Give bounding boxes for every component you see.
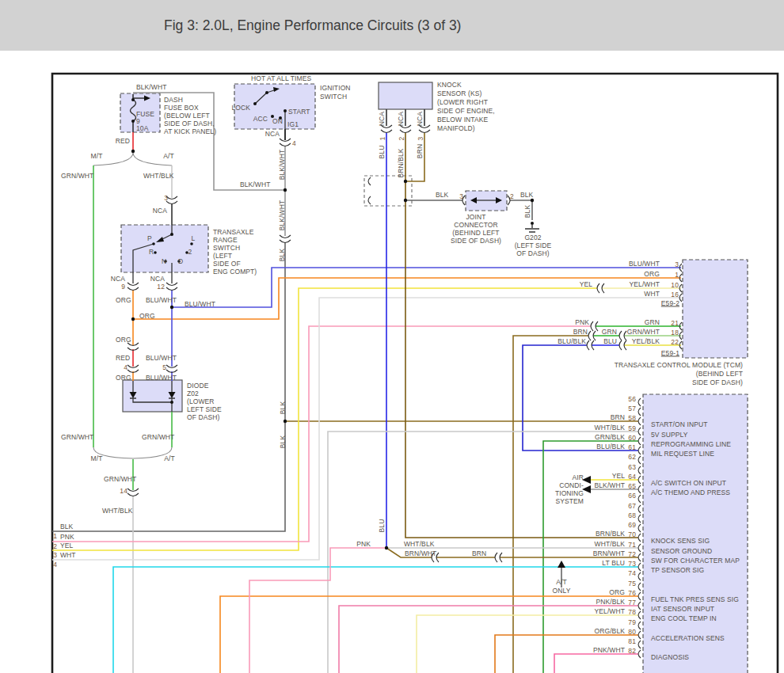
split-bracket-top [93, 153, 172, 165]
wire-blublk-net [523, 345, 638, 451]
tcm-box [683, 260, 748, 358]
knock-sensor-box [379, 82, 432, 109]
wire-whtblk-pin59 [328, 432, 638, 673]
ecm-pin-arcs [638, 398, 641, 658]
ac-arrow-top [582, 476, 591, 484]
wire-bluwht-main [172, 268, 681, 367]
arrowheads [130, 87, 592, 568]
wire-brn-pin18 [513, 336, 588, 673]
ac-arrow-bottom [582, 485, 591, 493]
wire-pnkwht-pin82 [554, 654, 638, 673]
fuse-box [120, 93, 160, 132]
wire-brnblk-knock [405, 132, 638, 538]
wire-yel-net [52, 288, 597, 550]
wire-ltblu-pin73 [113, 567, 638, 673]
ecm-box [643, 394, 748, 673]
merge-bracket-bottom [93, 447, 172, 458]
wire-yelwht-pin78 [417, 615, 638, 673]
wire-wht-net [52, 298, 681, 560]
inline-connector-symbols [127, 125, 682, 658]
wire-brnwht-pin72 [386, 548, 638, 557]
at-only-arrowhead [558, 561, 565, 568]
wiring-diagram-page: Fig 3: 2.0L, Engine Performance Circuits… [0, 0, 784, 673]
knock-sensor-stubs [386, 109, 424, 126]
wire-brn-knock [405, 132, 424, 181]
inline-connector-left-arcs [368, 177, 371, 204]
diode-box [123, 380, 182, 412]
transaxle-range-switch-box [121, 225, 208, 272]
wiring-diagram [0, 0, 784, 673]
junction-dots [131, 91, 534, 549]
ground-symbol [525, 225, 539, 232]
horizontal-connector-arcs [432, 283, 626, 562]
